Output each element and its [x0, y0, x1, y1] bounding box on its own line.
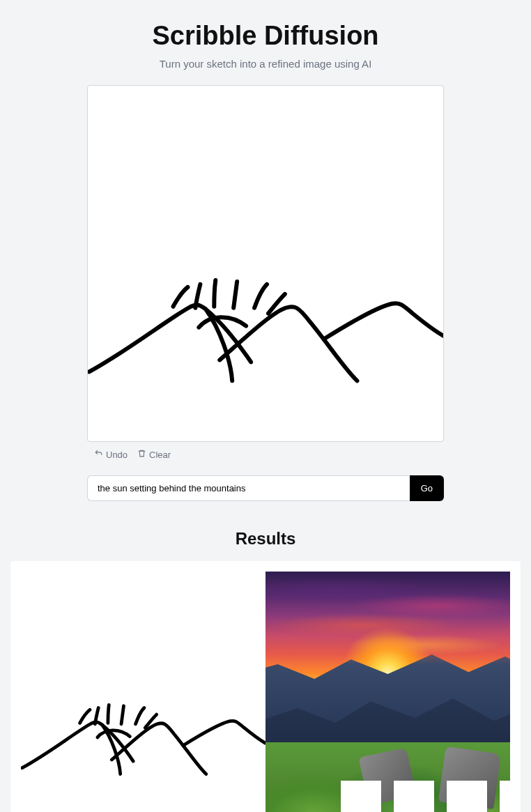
- result-input-sketch: [21, 572, 266, 812]
- sketch-canvas[interactable]: [87, 85, 444, 442]
- page-subtitle: Turn your sketch into a refined image us…: [87, 58, 444, 70]
- trash-icon: [137, 449, 146, 460]
- thumbnail[interactable]: [394, 781, 434, 812]
- go-button[interactable]: Go: [410, 475, 444, 501]
- undo-icon: [94, 449, 103, 460]
- thumbnail[interactable]: [500, 781, 510, 812]
- undo-button[interactable]: Undo: [94, 449, 128, 460]
- undo-label: Undo: [106, 450, 128, 460]
- sketch-drawing: [88, 86, 443, 441]
- page-title: Scribble Diffusion: [87, 21, 444, 51]
- clear-button[interactable]: Clear: [137, 449, 171, 460]
- thumbnail[interactable]: [341, 781, 381, 812]
- clear-label: Clear: [149, 450, 171, 460]
- result-thumbnails: [337, 781, 510, 812]
- prompt-input[interactable]: [87, 475, 410, 501]
- results-heading: Results: [0, 529, 531, 549]
- result-card: [10, 561, 521, 812]
- thumbnail[interactable]: [447, 781, 487, 812]
- result-generated-image: [266, 572, 510, 812]
